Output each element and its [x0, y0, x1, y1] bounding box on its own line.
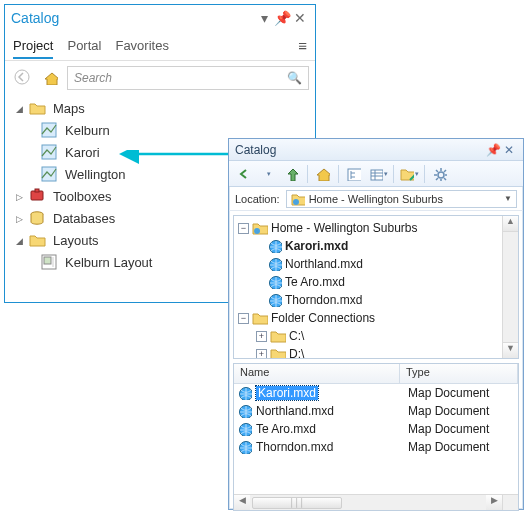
map-icon	[41, 166, 59, 182]
pin-icon[interactable]: 📌	[273, 10, 291, 26]
globe-icon	[268, 293, 282, 307]
home-button[interactable]	[39, 66, 63, 90]
pro-tabs: Project Portal Favorites ≡	[5, 31, 315, 61]
scroll-up-icon[interactable]: ▲	[503, 216, 518, 232]
tree-label: Thorndon.mxd	[285, 293, 362, 307]
globe-icon	[238, 422, 252, 436]
tb-home[interactable]	[312, 164, 334, 184]
expand-icon[interactable]	[13, 213, 25, 224]
map-icon	[41, 122, 59, 138]
database-icon	[29, 210, 47, 226]
vertical-scrollbar[interactable]: ▲ ▼	[502, 216, 518, 358]
expand-icon[interactable]	[13, 191, 25, 202]
collapse-icon[interactable]: −	[238, 313, 249, 324]
close-icon[interactable]: ✕	[291, 10, 309, 26]
back-button[interactable]	[11, 66, 35, 90]
col-name[interactable]: Name	[234, 364, 400, 383]
pro-titlebar: Catalog ▾ 📌 ✕	[5, 5, 315, 31]
expand-icon[interactable]	[13, 103, 25, 114]
horizontal-scrollbar[interactable]: ◀ │││ ▶	[234, 494, 502, 510]
pro-title: Catalog	[11, 10, 255, 26]
collapse-icon[interactable]: −	[238, 223, 249, 234]
tree-folder-connections[interactable]: − Folder Connections	[238, 309, 500, 327]
expand-icon[interactable]	[13, 235, 25, 246]
cell-name: Karori.mxd	[256, 386, 318, 400]
folder-icon	[270, 347, 286, 359]
tab-project[interactable]: Project	[13, 34, 53, 59]
map-icon	[41, 144, 59, 160]
cell-name: Te Aro.mxd	[256, 422, 316, 436]
scroll-left-icon[interactable]: ◀	[234, 495, 250, 511]
cell-name: Thorndon.mxd	[256, 440, 333, 454]
home-folder-icon	[291, 192, 305, 206]
tb-connect[interactable]	[398, 164, 420, 184]
scroll-down-icon[interactable]: ▼	[503, 342, 518, 358]
layout-icon	[41, 254, 59, 270]
tree-label: Wellington	[65, 167, 125, 182]
cell-type: Map Document	[406, 440, 518, 454]
tree-label: Folder Connections	[271, 311, 375, 325]
location-input[interactable]: Home - Wellington Suburbs ▼	[286, 190, 517, 208]
globe-icon	[268, 239, 282, 253]
expand-icon[interactable]: +	[256, 349, 267, 360]
tb-up[interactable]	[281, 164, 303, 184]
tree-label: C:\	[289, 329, 304, 343]
autohide-pin-icon[interactable]: ▾	[255, 10, 273, 26]
tree-drive[interactable]: + D:\	[238, 345, 500, 359]
location-value: Home - Wellington Suburbs	[309, 193, 443, 205]
map-title: Catalog	[235, 143, 485, 157]
folder-icon	[252, 311, 268, 325]
expand-icon[interactable]: +	[256, 331, 267, 342]
chevron-down-icon[interactable]: ▼	[504, 194, 512, 203]
search-placeholder: Search	[74, 71, 112, 85]
menu-icon[interactable]: ≡	[289, 37, 307, 54]
close-icon[interactable]: ✕	[501, 143, 517, 157]
tb-options[interactable]	[429, 164, 451, 184]
pro-search-row: Search 🔍	[5, 61, 315, 95]
map-titlebar: Catalog 📌 ✕	[229, 139, 523, 161]
globe-icon	[268, 257, 282, 271]
tree-label: Te Aro.mxd	[285, 275, 345, 289]
search-icon: 🔍	[287, 71, 302, 85]
tb-back-drop[interactable]	[257, 164, 279, 184]
map-treeview: − Home - Wellington Suburbs Karori.mxd N…	[233, 215, 519, 359]
tree-maps[interactable]: Maps	[9, 97, 311, 119]
tb-view[interactable]	[367, 164, 389, 184]
scroll-right-icon[interactable]: ▶	[486, 495, 502, 511]
tree-drive[interactable]: + C:\	[238, 327, 500, 345]
search-input[interactable]: Search 🔍	[67, 66, 309, 90]
tree-label: Karori.mxd	[285, 239, 348, 253]
tree-label: Kelburn Layout	[65, 255, 152, 270]
tree-label: Layouts	[53, 233, 99, 248]
folder-icon	[29, 101, 47, 115]
globe-icon	[268, 275, 282, 289]
tab-favorites[interactable]: Favorites	[115, 34, 168, 57]
list-row[interactable]: Te Aro.mxd Map Document	[234, 420, 518, 438]
list-row[interactable]: Karori.mxd Map Document	[234, 384, 518, 402]
tree-file[interactable]: Karori.mxd	[238, 237, 500, 255]
scroll-corner	[502, 494, 518, 510]
tree-file[interactable]: Te Aro.mxd	[238, 273, 500, 291]
tb-tree-toggle[interactable]	[343, 164, 365, 184]
tb-back[interactable]	[233, 164, 255, 184]
tree-label: Northland.mxd	[285, 257, 363, 271]
map-toolbar	[229, 161, 523, 187]
tree-label: Home - Wellington Suburbs	[271, 221, 418, 235]
tree-label: Databases	[53, 211, 115, 226]
tree-label: Kelburn	[65, 123, 110, 138]
home-folder-icon	[252, 221, 268, 235]
globe-icon	[238, 440, 252, 454]
col-type[interactable]: Type	[400, 364, 518, 383]
cell-name: Northland.mxd	[256, 404, 334, 418]
tree-label: D:\	[289, 347, 304, 359]
list-row[interactable]: Northland.mxd Map Document	[234, 402, 518, 420]
cell-type: Map Document	[406, 386, 518, 400]
tree-file[interactable]: Northland.mxd	[238, 255, 500, 273]
cell-type: Map Document	[406, 422, 518, 436]
tree-home[interactable]: − Home - Wellington Suburbs	[238, 219, 500, 237]
scroll-thumb[interactable]: │││	[252, 497, 342, 509]
list-row[interactable]: Thorndon.mxd Map Document	[234, 438, 518, 456]
tree-file[interactable]: Thorndon.mxd	[238, 291, 500, 309]
pin-icon[interactable]: 📌	[485, 143, 501, 157]
tab-portal[interactable]: Portal	[67, 34, 101, 57]
